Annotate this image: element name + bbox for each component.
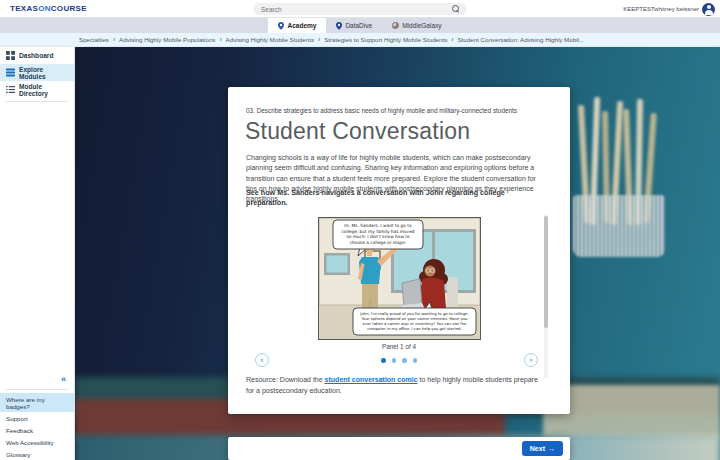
sidebar-item-label: Module Directory: [19, 83, 68, 97]
objective-text: 03. Describe strategies to address basic…: [246, 107, 552, 114]
carousel-dots: [228, 358, 570, 363]
lesson-card: 03. Describe strategies to address basic…: [228, 87, 570, 414]
modules-bars-icon: [6, 68, 15, 77]
tab-label: DataDive: [345, 22, 372, 29]
top-header: TEXASONCOURSE KEEPTESTwhitney beissner: [0, 0, 720, 18]
bubble-line: computer in my office. I can help you ge…: [367, 326, 461, 331]
tab-middlegalaxy[interactable]: MiddleGalaxy: [382, 18, 451, 33]
lesson-footer-bar: Next →: [228, 437, 570, 460]
sidebar-item-explore-modules[interactable]: Explore Modules: [0, 64, 74, 81]
bubble-line: college, but my family has moved: [341, 229, 414, 234]
divider: [6, 389, 68, 390]
sidebar: Dashboard Explore Modules Module Directo…: [0, 47, 75, 460]
sidebar-collapse-button[interactable]: «: [53, 372, 74, 386]
location-pin-icon: [336, 22, 342, 30]
bubble-line: so much, I don't know how to: [346, 234, 410, 239]
sidebar-item-label: Dashboard: [19, 52, 53, 59]
scrollbar-thumb[interactable]: [544, 216, 548, 328]
sidebar-link-glossary[interactable]: Glossary: [0, 448, 74, 460]
tab-datadive[interactable]: DataDive: [326, 18, 382, 33]
tab-label: Academy: [287, 22, 316, 29]
breadcrumb-item-current: Student Conversation: Advising Highly Mo…: [457, 36, 584, 43]
sidebar-link-support[interactable]: Support: [0, 412, 74, 424]
chevron-right-icon: ›: [451, 36, 453, 43]
bubble-line: John, I'm really proud of you for wantin…: [359, 311, 468, 316]
list-icon: [6, 85, 15, 94]
sidebar-item-module-directory[interactable]: Module Directory: [0, 81, 74, 98]
resource-prefix: Resource: Download the: [246, 376, 325, 383]
search-icon[interactable]: [452, 5, 460, 13]
instruction-text: See how Ms. Sanders navigates a conversa…: [246, 188, 530, 209]
breadcrumb-item[interactable]: Strategies to Support Highly Mobile Stud…: [324, 36, 447, 43]
breadcrumb-item[interactable]: Specialties: [79, 36, 109, 43]
page-title: Student Conversation: [245, 118, 470, 145]
sidebar-item-label: Explore Modules: [19, 66, 68, 80]
divider: [6, 101, 68, 102]
carousel-dot-2[interactable]: [392, 358, 397, 363]
panel-counter: Panel 1 of 4: [228, 343, 570, 350]
product-tab-bar: Academy DataDive MiddleGalaxy: [0, 18, 720, 33]
next-button[interactable]: Next →: [522, 441, 563, 456]
breadcrumb-item[interactable]: Advising Highly Mobile Students: [226, 36, 314, 43]
chevron-right-icon: ›: [219, 36, 221, 43]
bubble-line: Hi, Ms. Sanders. I want to go to: [344, 223, 412, 228]
dashboard-grid-icon: [6, 51, 15, 60]
carousel-dot-1[interactable]: [381, 358, 386, 363]
tab-label: MiddleGalaxy: [402, 22, 441, 29]
user-menu[interactable]: KEEPTESTwhitney beissner: [623, 2, 715, 16]
resource-text: Resource: Download the student conversat…: [246, 375, 540, 396]
breadcrumb-item[interactable]: Advising Highly Mobile Populations: [119, 36, 215, 43]
sidebar-link-badges[interactable]: Where are my badges?: [0, 393, 74, 412]
user-name: KEEPTESTwhitney beissner: [623, 6, 699, 12]
search-input[interactable]: [253, 6, 452, 13]
location-pin-icon: [278, 22, 284, 30]
main-stage: 03. Describe strategies to address basic…: [75, 47, 720, 460]
chevron-right-icon: ›: [113, 36, 115, 43]
bubble-line: ever taken a career quiz or inventory? Y…: [363, 321, 467, 326]
bubble-line: Your options depend on your career inter…: [362, 316, 469, 321]
carousel-dot-3[interactable]: [402, 358, 407, 363]
comic-panel: Hi, Ms. Sanders. I want to go to college…: [318, 217, 481, 340]
next-label: Next: [530, 445, 545, 452]
breadcrumb: Specialties › Advising Highly Mobile Pop…: [0, 33, 720, 47]
app-window: TEXASONCOURSE KEEPTESTwhitney beissner A…: [0, 0, 720, 460]
avatar[interactable]: [702, 3, 715, 16]
carousel-dot-4[interactable]: [413, 358, 418, 363]
texas-oncourse-logo[interactable]: TEXASONCOURSE: [10, 4, 87, 13]
search-bar[interactable]: [253, 3, 467, 15]
chevron-right-icon: ›: [318, 36, 320, 43]
arrow-right-icon: →: [548, 445, 555, 452]
sidebar-link-feedback[interactable]: Feedback: [0, 424, 74, 436]
galaxy-icon: [392, 22, 399, 29]
tab-academy[interactable]: Academy: [268, 18, 326, 33]
card-scrollbar[interactable]: [544, 214, 548, 379]
sidebar-link-web-accessibility[interactable]: Web Accessibility: [0, 436, 74, 448]
comic-illustration: Hi, Ms. Sanders. I want to go to college…: [318, 217, 481, 340]
sidebar-item-dashboard[interactable]: Dashboard: [0, 47, 74, 64]
bubble-line: choose a college or major.: [350, 240, 407, 245]
logo-text: TEXAS: [10, 4, 38, 13]
resource-download-link[interactable]: student conversation comic: [325, 376, 418, 383]
